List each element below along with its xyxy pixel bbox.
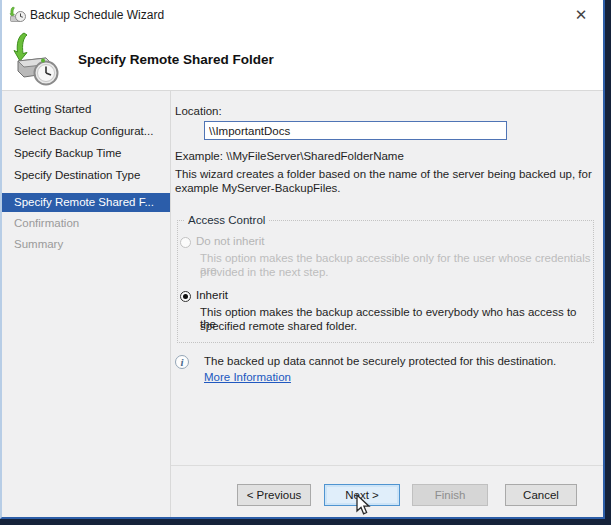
access-control-legend: Access Control bbox=[184, 214, 269, 226]
backup-wizard-mini-icon bbox=[9, 6, 27, 24]
wizard-window: Backup Schedule Wizard ✕ Specify Remote … bbox=[0, 0, 605, 519]
step-getting-started: Getting Started bbox=[14, 103, 91, 115]
do-not-inherit-label: Do not inherit bbox=[196, 235, 264, 247]
inherit-radio[interactable] bbox=[180, 291, 191, 302]
close-icon[interactable]: ✕ bbox=[567, 2, 595, 28]
step-specify-destination-type: Specify Destination Type bbox=[14, 169, 140, 181]
window-title: Backup Schedule Wizard bbox=[30, 8, 164, 22]
access-control-group: Access Control Do not inherit This optio… bbox=[177, 220, 594, 343]
do-not-inherit-radio bbox=[180, 237, 191, 248]
wizard-note-line2: example MyServer-BackupFiles. bbox=[175, 182, 341, 194]
location-input[interactable] bbox=[204, 121, 507, 140]
previous-button[interactable]: < Previous bbox=[237, 484, 311, 506]
example-text: Example: \\MyFileServer\SharedFolderName bbox=[175, 150, 404, 162]
step-specify-remote-shared-folder: Specify Remote Shared F... bbox=[2, 193, 170, 212]
info-icon: i bbox=[175, 355, 189, 369]
inherit-label: Inherit bbox=[196, 289, 228, 301]
more-information-link[interactable]: More Information bbox=[204, 371, 291, 383]
page-title: Specify Remote Shared Folder bbox=[78, 52, 274, 67]
finish-button: Finish bbox=[412, 484, 488, 506]
inherit-desc-line2: specified remote shared folder. bbox=[200, 320, 357, 332]
backup-schedule-icon bbox=[12, 31, 64, 87]
main-panel: Location: Example: \\MyFileServer\Shared… bbox=[171, 91, 603, 517]
wizard-header: Specify Remote Shared Folder bbox=[2, 30, 603, 90]
mouse-cursor bbox=[353, 494, 373, 518]
warning-text: The backed up data cannot be securely pr… bbox=[204, 355, 556, 367]
do-not-inherit-desc-line2: provided in the next step. bbox=[200, 266, 329, 278]
current-step-label: Specify Remote Shared F... bbox=[14, 196, 154, 208]
step-specify-backup-time: Specify Backup Time bbox=[14, 147, 121, 159]
location-label: Location: bbox=[175, 105, 222, 117]
step-summary: Summary bbox=[14, 238, 63, 250]
step-confirmation: Confirmation bbox=[14, 217, 79, 229]
cancel-button[interactable]: Cancel bbox=[505, 484, 577, 506]
title-bar[interactable]: Backup Schedule Wizard ✕ bbox=[2, 0, 603, 30]
footer-divider bbox=[171, 465, 603, 466]
wizard-note-line1: This wizard creates a folder based on th… bbox=[175, 168, 592, 180]
step-select-backup-configuration: Select Backup Configurat... bbox=[14, 125, 153, 137]
wizard-steps-sidebar: Getting Started Select Backup Configurat… bbox=[2, 91, 170, 517]
